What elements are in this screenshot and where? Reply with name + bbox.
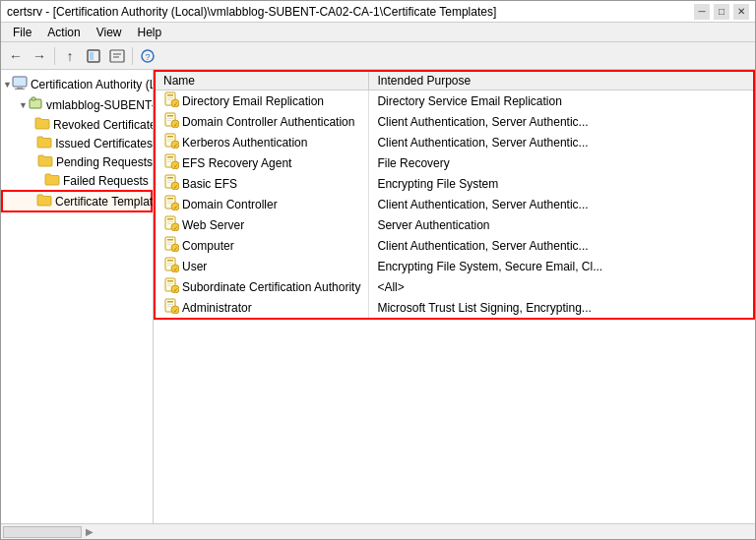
sidebar-item-root[interactable]: ▼ Certification Authority (Local) [1,74,153,94]
toolbar-separator-2 [132,47,133,65]
sidebar-item-cert-templates[interactable]: Certificate Templates [1,190,153,212]
table-row[interactable]: ✓ Web ServerServer Authentication [155,214,754,235]
cert-template-icon: ✓ [163,174,179,193]
ca-icon [28,95,43,114]
toolbar: ← → ↑ ? [1,42,755,70]
table-row[interactable]: ✓ EFS Recovery AgentFile Recovery [155,152,754,173]
svg-rect-20 [167,118,173,119]
cell-name: ✓ Administrator [155,297,369,319]
table-row[interactable]: ✓ Domain ControllerClient Authentication… [155,194,754,214]
svg-text:?: ? [145,52,150,62]
cell-name: ✓ Web Server [155,214,369,235]
svg-text:✓: ✓ [173,205,178,210]
folder-icon-revoked [34,116,50,133]
close-button[interactable]: ✕ [733,4,749,20]
properties-button[interactable] [106,45,128,67]
table-row[interactable]: ✓ AdministratorMicrosoft Trust List Sign… [155,297,754,319]
svg-rect-45 [167,203,171,204]
sidebar-failed-label: Failed Requests [63,174,149,188]
cert-template-icon: ✓ [163,215,179,234]
menu-file[interactable]: File [5,24,39,41]
menu-view[interactable]: View [89,24,130,41]
cell-name: ✓ EFS Recovery Agent [155,152,369,173]
cell-purpose: Directory Service Email Replication [369,90,754,112]
cell-name: ✓ Directory Email Replication [155,90,369,112]
svg-rect-73 [167,301,173,303]
col-header-name[interactable]: Name [155,71,369,90]
restore-button[interactable]: □ [714,4,729,20]
expand-icon-ca: ▼ [19,97,28,113]
menu-bar: File Action View Help [1,23,755,42]
folder-icon-issued [36,135,52,151]
table-row[interactable]: ✓ Basic EFSEncrypting File System [155,173,754,194]
svg-rect-50 [167,221,173,222]
svg-rect-55 [167,239,173,241]
sidebar-issued-label: Issued Certificates [55,137,153,150]
cell-name-text: Directory Email Replication [182,94,324,108]
scroll-thumb[interactable] [3,526,82,538]
svg-rect-15 [167,99,171,100]
cell-purpose: Client Authentication, Server Authentic.… [369,132,754,152]
cell-name-text: Domain Controller Authentication [182,115,354,129]
sidebar-item-revoked[interactable]: Revoked Certificates [1,115,153,134]
expand-icon-root: ▼ [3,77,12,92]
expand-icon-failed [34,173,44,189]
sidebar-item-failed[interactable]: Failed Requests [1,171,153,190]
cell-name-text: Domain Controller [182,198,278,211]
cert-template-icon: ✓ [163,91,179,110]
folder-icon-cert-templates [36,193,52,210]
table-row[interactable]: ✓ ComputerClient Authentication, Server … [155,235,754,256]
table-row[interactable]: ✓ Domain Controller AuthenticationClient… [155,111,754,132]
sidebar-item-ca[interactable]: ▼ vmlabblog-SUBENT-CA02-CA... [1,94,153,115]
svg-text:✓: ✓ [173,246,178,252]
svg-rect-38 [167,180,173,181]
svg-text:✓: ✓ [173,225,178,231]
sidebar-item-issued[interactable]: Issued Certificates [1,134,153,152]
cell-name: ✓ User [155,256,369,276]
computer-icon [12,75,28,93]
folder-icon-pending [37,153,53,170]
table-row[interactable]: ✓ Kerberos AuthenticationClient Authenti… [155,132,754,152]
cell-purpose: Microsoft Trust List Signing, Encrypting… [369,297,754,319]
name-cell: ✓ Basic EFS [163,174,360,193]
table-row[interactable]: ✓ Subordinate Certification Authority<Al… [155,276,754,297]
cell-name-text: EFS Recovery Agent [182,156,291,170]
svg-rect-67 [167,280,173,282]
table-row[interactable]: ✓ UserEncrypting File System, Secure Ema… [155,256,754,276]
help-button[interactable]: ? [137,45,158,67]
col-header-purpose[interactable]: Intended Purpose [369,71,754,90]
svg-rect-49 [167,218,173,220]
svg-rect-39 [167,182,171,183]
cell-purpose: Encrypting File System [369,173,754,194]
minimize-button[interactable]: ─ [694,4,710,20]
show-hide-button[interactable] [83,45,104,67]
main-window: certsrv - [Certification Authority (Loca… [0,0,756,540]
cert-template-icon: ✓ [163,236,179,255]
svg-rect-7 [13,77,27,87]
name-cell: ✓ Domain Controller [163,195,360,213]
main-area: ▼ Certification Authority (Local) ▼ vmla… [1,70,755,523]
menu-help[interactable]: Help [130,24,170,41]
back-button[interactable]: ← [5,45,27,67]
name-cell: ✓ Administrator [163,298,360,317]
svg-rect-75 [167,306,171,307]
cell-name-text: Kerberos Authentication [182,136,307,150]
svg-text:✓: ✓ [173,101,178,107]
svg-rect-43 [167,198,173,200]
sidebar-item-pending[interactable]: Pending Requests [1,152,153,171]
cell-name-text: Subordinate Certification Authority [182,280,360,294]
svg-rect-37 [167,177,173,179]
sidebar-ca-label: vmlabblog-SUBENT-CA02-CA... [46,98,154,112]
up-button[interactable]: ↑ [59,45,81,67]
menu-action[interactable]: Action [39,24,88,41]
horizontal-scrollbar[interactable]: ▶ [1,523,755,539]
svg-rect-69 [167,285,171,286]
title-bar: certsrv - [Certification Authority (Loca… [1,1,755,23]
table-row[interactable]: ✓ Directory Email ReplicationDirectory S… [155,90,754,112]
svg-rect-1 [90,52,94,60]
forward-button[interactable]: → [29,45,50,67]
svg-text:✓: ✓ [173,287,178,293]
scroll-arrow-right[interactable]: ▶ [86,526,94,537]
cert-template-icon: ✓ [163,277,179,296]
svg-rect-31 [167,156,173,158]
